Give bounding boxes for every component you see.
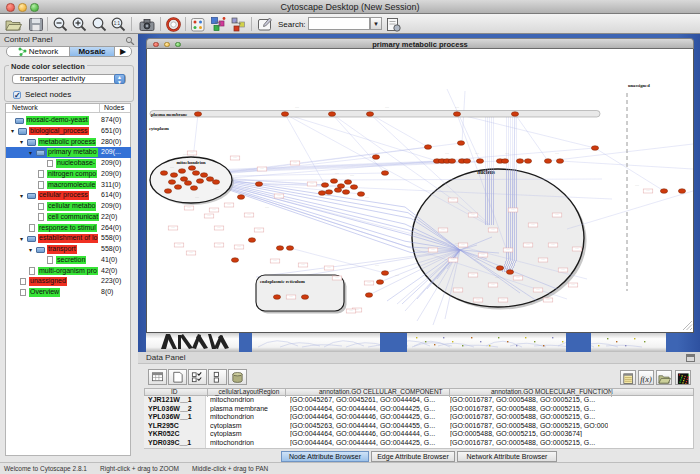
svg-text:····: ····: [481, 254, 485, 257]
svg-text:····: ····: [555, 152, 559, 156]
svg-text:····: ····: [273, 260, 277, 263]
svg-text:····: ····: [455, 242, 459, 246]
svg-text:····: ····: [195, 196, 199, 200]
svg-text:····: ····: [265, 206, 269, 210]
svg-text:····: ····: [471, 214, 475, 217]
svg-text:····: ····: [445, 152, 449, 156]
svg-text:····: ····: [385, 106, 389, 110]
svg-text:nucleus: nucleus: [477, 169, 495, 175]
svg-text:····: ····: [516, 277, 520, 280]
svg-text:endoplasmic reticulum: endoplasmic reticulum: [260, 279, 305, 284]
svg-text:····: ····: [646, 190, 650, 193]
svg-text:····: ····: [215, 188, 219, 192]
svg-text:····: ····: [171, 227, 175, 230]
svg-text:····: ····: [546, 299, 550, 302]
svg-text:1:1: 1:1: [114, 21, 121, 26]
svg-text:plasma membrane: plasma membrane: [151, 112, 187, 117]
svg-text:unassigned: unassigned: [628, 83, 650, 88]
svg-text:····: ····: [571, 284, 575, 287]
svg-text:····: ····: [289, 296, 293, 299]
svg-text:····: ····: [310, 183, 314, 186]
svg-text:····: ····: [536, 289, 540, 292]
svg-text:····: ····: [355, 309, 359, 312]
svg-text:····: ····: [217, 244, 221, 247]
svg-text:····: ····: [257, 229, 261, 232]
svg-text:····: ····: [456, 289, 460, 292]
svg-text:cytoplasm: cytoplasm: [149, 126, 169, 131]
svg-text:····: ····: [367, 282, 371, 285]
svg-text:····: ····: [575, 248, 579, 251]
svg-text:····: ····: [350, 174, 354, 178]
svg-text:····: ····: [247, 214, 251, 217]
svg-text:····: ····: [260, 168, 264, 171]
svg-text:····: ····: [461, 244, 465, 247]
svg-text:····: ····: [187, 207, 191, 210]
svg-text:····: ····: [511, 209, 515, 212]
svg-text:····: ····: [190, 152, 194, 155]
svg-text:····: ····: [227, 204, 231, 207]
svg-text:····: ····: [207, 215, 211, 218]
svg-text:····: ····: [475, 152, 479, 156]
svg-text:····: ····: [170, 166, 174, 170]
svg-text:····: ····: [295, 106, 299, 110]
svg-text:····: ····: [455, 106, 459, 110]
svg-text:····: ····: [471, 274, 475, 277]
svg-text:····: ····: [177, 244, 181, 247]
svg-text:····: ····: [183, 153, 187, 157]
svg-text:····: ····: [217, 227, 221, 230]
svg-text:····: ····: [635, 184, 639, 188]
svg-text:····: ····: [327, 267, 331, 270]
svg-text:····: ····: [476, 299, 480, 302]
svg-text:····: ····: [506, 249, 510, 252]
svg-text:····: ····: [349, 310, 353, 313]
svg-text:····: ····: [237, 246, 241, 249]
svg-text:····: ····: [495, 276, 499, 280]
svg-text:····: ····: [501, 299, 505, 302]
svg-text:····: ····: [551, 244, 555, 247]
svg-text:····: ····: [431, 249, 435, 252]
svg-text:····: ····: [475, 258, 479, 262]
svg-text:····: ····: [212, 209, 216, 212]
svg-text:····: ····: [335, 172, 339, 176]
svg-text:····: ····: [491, 229, 495, 232]
svg-text:····: ····: [491, 284, 495, 287]
svg-text:····: ····: [531, 224, 535, 227]
svg-text:····: ····: [526, 244, 530, 247]
svg-text:f(x): f(x): [640, 375, 652, 384]
svg-text:····: ····: [375, 264, 379, 268]
svg-text:····: ····: [335, 277, 339, 280]
svg-text:mitochondrion: mitochondrion: [176, 160, 206, 165]
svg-text:····: ····: [395, 274, 399, 278]
svg-text:····: ····: [541, 259, 545, 262]
svg-text:····: ····: [277, 195, 281, 198]
svg-text:····: ····: [561, 269, 565, 272]
svg-text:····: ····: [555, 214, 559, 217]
svg-text:····: ····: [301, 264, 305, 267]
svg-text:····: ····: [441, 229, 445, 232]
svg-text:····: ····: [365, 196, 369, 200]
svg-text:····: ····: [293, 162, 297, 165]
svg-text:····: ····: [451, 259, 455, 262]
svg-text:····: ····: [233, 157, 237, 160]
svg-text:····: ····: [189, 252, 193, 255]
svg-text:····: ····: [205, 158, 209, 162]
svg-text:····: ····: [451, 199, 455, 202]
svg-text:····: ····: [325, 194, 329, 198]
svg-text:····: ····: [245, 186, 249, 190]
svg-text:····: ····: [505, 152, 509, 156]
